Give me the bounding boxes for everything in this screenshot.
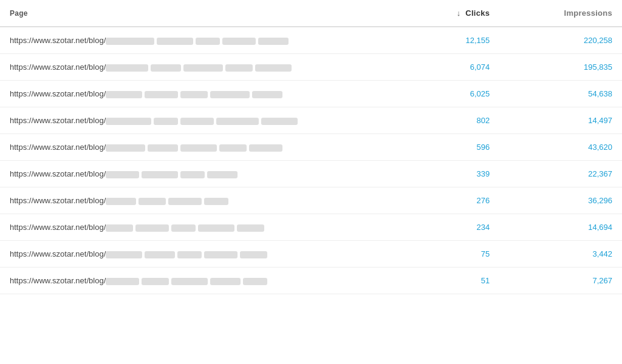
table-cell-impressions: 54,638 [499, 81, 622, 107]
table-row: https://www.szotar.net/blog/12,155220,25… [0, 27, 622, 54]
table-cell-page: https://www.szotar.net/blog/ [0, 161, 405, 187]
table-cell-page: https://www.szotar.net/blog/ [0, 107, 405, 134]
table-cell-clicks: 75 [405, 241, 500, 268]
blurred-url-segment [171, 224, 196, 232]
blurred-url-segment [198, 224, 234, 232]
blurred-url-segment [243, 278, 267, 285]
table-cell-page: https://www.szotar.net/blog/ [0, 187, 405, 214]
table-cell-page: https://www.szotar.net/blog/ [0, 27, 405, 54]
table-cell-clicks: 802 [405, 107, 500, 134]
table-body: https://www.szotar.net/blog/12,155220,25… [0, 27, 622, 294]
blurred-url-segment [106, 38, 154, 45]
blurred-url-segment [204, 198, 228, 205]
table-cell-impressions: 3,442 [499, 241, 622, 268]
table-cell-clicks: 234 [405, 214, 500, 241]
blurred-url-segment [204, 251, 238, 258]
blurred-url-segment [106, 251, 142, 258]
blurred-url-segment [180, 91, 208, 98]
col-header-impressions[interactable]: Impressions [499, 0, 622, 27]
table-row: https://www.szotar.net/blog/6,02554,638 [0, 81, 622, 107]
table-row: https://www.szotar.net/blog/23414,694 [0, 214, 622, 241]
url-prefix: https://www.szotar.net/blog/ [10, 169, 106, 178]
table-row: https://www.szotar.net/blog/753,442 [0, 241, 622, 268]
blurred-url-segment [180, 171, 205, 178]
table-cell-clicks: 6,025 [405, 81, 500, 107]
table-cell-clicks: 276 [405, 187, 500, 214]
blurred-url-segment [142, 171, 178, 178]
blurred-url-segment [237, 224, 264, 232]
url-prefix: https://www.szotar.net/blog/ [10, 196, 106, 205]
blurred-url-segment [138, 198, 166, 205]
table-row: https://www.szotar.net/blog/27636,296 [0, 187, 622, 214]
table-cell-clicks: 51 [405, 268, 500, 294]
table-cell-impressions: 36,296 [499, 187, 622, 214]
url-prefix: https://www.szotar.net/blog/ [10, 276, 106, 285]
table-cell-page: https://www.szotar.net/blog/ [0, 54, 405, 81]
table-cell-impressions: 43,620 [499, 134, 622, 161]
table-cell-clicks: 12,155 [405, 27, 500, 54]
table-cell-impressions: 7,267 [499, 268, 622, 294]
table-row: https://www.szotar.net/blog/59643,620 [0, 134, 622, 161]
blurred-url-segment [196, 38, 220, 45]
blurred-url-segment [249, 144, 282, 152]
blurred-url-segment [207, 171, 238, 178]
blurred-url-segment [255, 64, 292, 72]
blurred-url-segment [171, 278, 208, 285]
url-prefix: https://www.szotar.net/blog/ [10, 89, 106, 98]
table-cell-page: https://www.szotar.net/blog/ [0, 134, 405, 161]
table-cell-impressions: 22,367 [499, 161, 622, 187]
url-prefix: https://www.szotar.net/blog/ [10, 249, 106, 258]
table-cell-clicks: 339 [405, 161, 500, 187]
table-cell-impressions: 220,258 [499, 27, 622, 54]
blurred-url-segment [135, 224, 169, 232]
data-table: Page ↓ Clicks Impressions https://www.sz… [0, 0, 622, 294]
sort-arrow-icon: ↓ [457, 8, 461, 18]
blurred-url-segment [225, 64, 253, 72]
blurred-url-segment [210, 91, 250, 98]
blurred-url-segment [106, 144, 145, 152]
table-cell-impressions: 14,694 [499, 214, 622, 241]
table-row: https://www.szotar.net/blog/517,267 [0, 268, 622, 294]
table-cell-page: https://www.szotar.net/blog/ [0, 214, 405, 241]
blurred-url-segment [252, 91, 282, 98]
blurred-url-segment [180, 118, 214, 125]
table-cell-impressions: 195,835 [499, 54, 622, 81]
blurred-url-segment [106, 198, 136, 205]
table-cell-clicks: 6,074 [405, 54, 500, 81]
blurred-url-segment [177, 251, 202, 258]
table-header-row: Page ↓ Clicks Impressions [0, 0, 622, 27]
table-cell-page: https://www.szotar.net/blog/ [0, 268, 405, 294]
table-row: https://www.szotar.net/blog/80214,497 [0, 107, 622, 134]
blurred-url-segment [142, 278, 169, 285]
table-cell-page: https://www.szotar.net/blog/ [0, 241, 405, 268]
blurred-url-segment [148, 144, 178, 152]
blurred-url-segment [210, 278, 241, 285]
table-cell-impressions: 14,497 [499, 107, 622, 134]
blurred-url-segment [106, 278, 139, 285]
blurred-url-segment [157, 38, 193, 45]
blurred-url-segment [180, 144, 217, 152]
table-container: Page ↓ Clicks Impressions https://www.sz… [0, 0, 622, 294]
blurred-url-segment [145, 251, 175, 258]
col-header-page[interactable]: Page [0, 0, 405, 27]
blurred-url-segment [151, 64, 181, 72]
table-cell-page: https://www.szotar.net/blog/ [0, 81, 405, 107]
blurred-url-segment [154, 118, 178, 125]
table-row: https://www.szotar.net/blog/6,074195,835 [0, 54, 622, 81]
table-cell-clicks: 596 [405, 134, 500, 161]
url-prefix: https://www.szotar.net/blog/ [10, 62, 106, 72]
blurred-url-segment [222, 38, 256, 45]
blurred-url-segment [216, 118, 259, 125]
col-header-clicks[interactable]: ↓ Clicks [405, 0, 500, 27]
blurred-url-segment [261, 118, 298, 125]
blurred-url-segment [106, 118, 151, 125]
blurred-url-segment [106, 91, 142, 98]
blurred-url-segment [258, 38, 289, 45]
blurred-url-segment [106, 171, 139, 178]
blurred-url-segment [168, 198, 202, 205]
blurred-url-segment [106, 224, 133, 232]
blurred-url-segment [183, 64, 223, 72]
url-prefix: https://www.szotar.net/blog/ [10, 143, 106, 152]
blurred-url-segment [240, 251, 267, 258]
table-row: https://www.szotar.net/blog/33922,367 [0, 161, 622, 187]
